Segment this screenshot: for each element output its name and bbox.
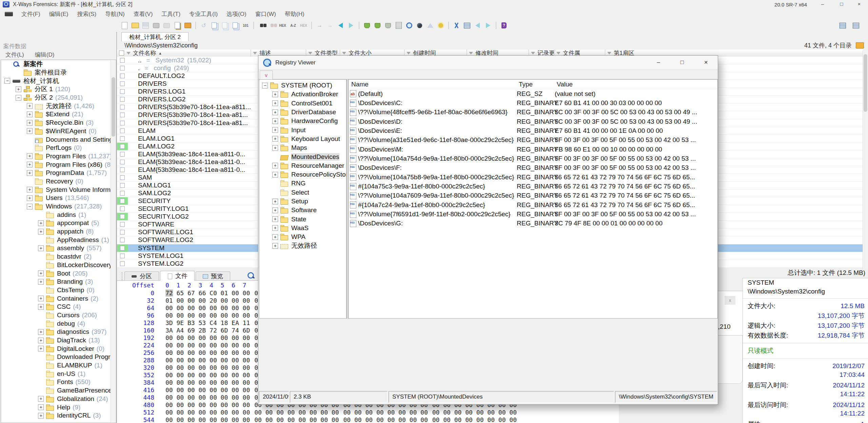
case-tree-item[interactable]: + 分区 1 (120) — [1, 85, 116, 94]
expand-toggle-icon[interactable]: + — [27, 128, 33, 134]
registry-value-row[interactable]: \??\Volume{104a754d-9e9a-11ef-80b0-000c2… — [349, 154, 717, 163]
menu-item[interactable]: 文件(F) — [17, 10, 45, 18]
expand-toggle-icon[interactable]: + — [27, 153, 33, 159]
case-tree-item[interactable]: Downloaded Program Fil — [1, 353, 116, 361]
menu-item[interactable]: 帮助(H) — [280, 10, 309, 18]
file-checkbox[interactable] — [120, 160, 125, 164]
file-checkbox[interactable] — [120, 246, 125, 250]
case-tree-item[interactable]: + Globalization (24) — [1, 395, 116, 403]
file-checkbox[interactable] — [120, 191, 125, 196]
toolbar-icon[interactable] — [359, 22, 359, 29]
registry-value-row[interactable]: \??\Volume{7f6591d1-9e9f-11ef-80b2-000c2… — [349, 209, 717, 219]
registry-value-row[interactable]: #{104a7c24-9e9a-11ef-80b0-000c29c2c5ec} … — [349, 200, 717, 209]
file-checkbox[interactable] — [120, 238, 125, 242]
case-tree-item[interactable]: + Program Files (11,237) — [1, 152, 116, 161]
file-checkbox[interactable] — [120, 113, 125, 117]
file-checkbox[interactable] — [120, 136, 125, 141]
edit-properties-icon[interactable] — [173, 21, 182, 30]
expand-toggle-icon[interactable]: − — [4, 78, 10, 84]
menu-item[interactable]: 窗口(W) — [251, 10, 280, 18]
help-icon[interactable]: ? — [499, 21, 509, 30]
text-search-icon[interactable]: A-Z — [289, 21, 298, 30]
columns-icon[interactable] — [851, 21, 861, 30]
expand-toggle-icon[interactable]: + — [272, 207, 278, 213]
filter-funnel-icon[interactable] — [469, 52, 473, 55]
case-tree-item[interactable]: 案件根目录 — [1, 68, 116, 77]
clipboard-icon[interactable] — [231, 21, 240, 30]
menu-item[interactable]: 导航(N) — [101, 10, 129, 18]
expand-toggle-icon[interactable]: + — [27, 170, 33, 176]
registry-tree-item[interactable]: + ResourcePolicyStore — [259, 170, 346, 179]
viewer-mode-tab[interactable]: 文件 — [160, 271, 195, 281]
goto-offset-icon[interactable]: → — [315, 21, 324, 30]
registry-title-bar[interactable]: Registry Viewer – □ × — [258, 56, 718, 70]
expand-toggle-icon[interactable]: + — [272, 243, 278, 249]
registry-value-row[interactable]: \??\Volume{104a7609-9e9a-11ef-80b0-000c2… — [349, 191, 717, 200]
registry-value-row[interactable]: \??\Volume{a31e51ed-9e6c-11ef-80ae-000c2… — [349, 136, 717, 145]
case-tree-item[interactable]: + diagnostics (397) — [1, 328, 116, 336]
case-tree-item[interactable]: + apppatch (8) — [1, 227, 116, 236]
select-all-checkbox[interactable] — [119, 51, 124, 56]
case-tree-item[interactable]: + Branding (3) — [1, 278, 116, 286]
magnifier-icon[interactable] — [248, 272, 254, 279]
registry-tree-item[interactable]: + Maps — [259, 143, 346, 152]
case-tree-item[interactable]: + DiagTrack (13) — [1, 336, 116, 345]
registry-tree-item[interactable]: + ResourceManager — [259, 161, 346, 170]
case-tree-item[interactable]: + Containers (2) — [1, 294, 116, 303]
case-tree-item[interactable]: + $WinREAgent (0) — [1, 127, 116, 136]
expand-toggle-icon[interactable]: + — [27, 112, 33, 117]
toolbar-icon[interactable] — [195, 22, 196, 29]
expand-toggle-icon[interactable]: + — [16, 86, 21, 92]
hash-icon[interactable] — [383, 21, 393, 30]
case-tree-item[interactable]: + assembly (557) — [1, 244, 116, 253]
scrollbar-thumb[interactable] — [112, 77, 115, 137]
paste-icon[interactable] — [220, 21, 229, 30]
case-tree-item[interactable]: CbsTemp (0) — [1, 286, 116, 295]
hex-row[interactable]: 54400 00 00 00 00 00 00 0000 00 00 00 00… — [117, 416, 517, 423]
registry-tree-item[interactable]: + Software — [259, 206, 346, 215]
registry-tree-item[interactable]: + DriverDatabase — [259, 108, 346, 117]
registry-value-row[interactable]: \DosDevices\F: REG_BINARY 5F 00 3F 00 3F… — [349, 163, 717, 173]
expand-toggle-icon[interactable]: − — [262, 83, 268, 88]
calculator-icon[interactable] — [394, 21, 403, 30]
case-tree-item[interactable]: + Help (9) — [1, 403, 116, 411]
column-header-filename[interactable]: 文件名称 ▲ — [117, 49, 251, 57]
file-checkbox[interactable] — [120, 199, 125, 203]
registry-tree-item[interactable]: + State — [259, 215, 346, 223]
case-tree-item[interactable]: debug (4) — [1, 319, 116, 328]
registry-tree-item[interactable]: + HardwareConfig — [259, 117, 346, 125]
case-tree-item[interactable]: PerfLogs (0) — [1, 144, 116, 152]
filter-funnel-icon[interactable] — [253, 52, 257, 55]
panel-layout-icon[interactable] — [838, 21, 847, 30]
registry-value-row[interactable]: \??\Volume{48fceff5-9e6b-11ef-80ac-806e6… — [349, 108, 717, 117]
registry-tree-item[interactable]: + ActivationBroker — [259, 90, 346, 99]
expand-toggle-icon[interactable]: + — [38, 338, 44, 343]
close-button[interactable]: × — [700, 58, 712, 67]
menu-item[interactable]: 工具(T) — [157, 10, 185, 18]
next-view-icon[interactable] — [484, 21, 493, 30]
registry-value-row[interactable]: \DosDevices\M: REG_BINARY FB 98 60 E1 00… — [349, 145, 717, 154]
expand-toggle-icon[interactable]: + — [38, 245, 44, 251]
case-tree-item[interactable]: Documents and Settings (0) — [1, 135, 116, 144]
toolbar-icon[interactable] — [496, 22, 496, 29]
window-menu-icon[interactable] — [5, 12, 13, 16]
menu-item[interactable]: 查看(V) — [129, 10, 157, 18]
case-tree-item[interactable]: + $Extend (21) — [1, 110, 116, 119]
toolbar-icon[interactable] — [253, 22, 254, 29]
case-tree-item[interactable]: − Windows (217,328) — [1, 202, 116, 211]
expand-toggle-icon[interactable]: − — [27, 204, 33, 209]
menu-item[interactable]: 编辑(E) — [45, 10, 73, 18]
case-tree-item[interactable]: + DigitalLocker (0) — [1, 344, 116, 353]
viewer-mode-tab[interactable]: 预览 — [196, 271, 230, 280]
file-checkbox[interactable] — [120, 81, 125, 86]
filter-funnel-icon[interactable] — [531, 52, 535, 55]
viewer-mode-tab[interactable]: 分区 — [124, 271, 159, 280]
file-checkbox[interactable] — [120, 144, 125, 149]
find-icon[interactable] — [257, 21, 266, 30]
registry-tree-item[interactable]: RNG — [259, 179, 346, 188]
name-column-header[interactable]: Name — [349, 81, 519, 88]
case-tree-item[interactable]: + ProgramData (1,757) — [1, 169, 116, 177]
registry-value-row[interactable]: \??\Volume{104a75b8-9e9a-11ef-80b0-000c2… — [349, 173, 717, 182]
case-tree-item[interactable]: en-US (1) — [1, 369, 116, 378]
registry-value-row[interactable]: \DosDevices\E: REG_BINARY E7 60 B1 41 00… — [349, 126, 717, 135]
